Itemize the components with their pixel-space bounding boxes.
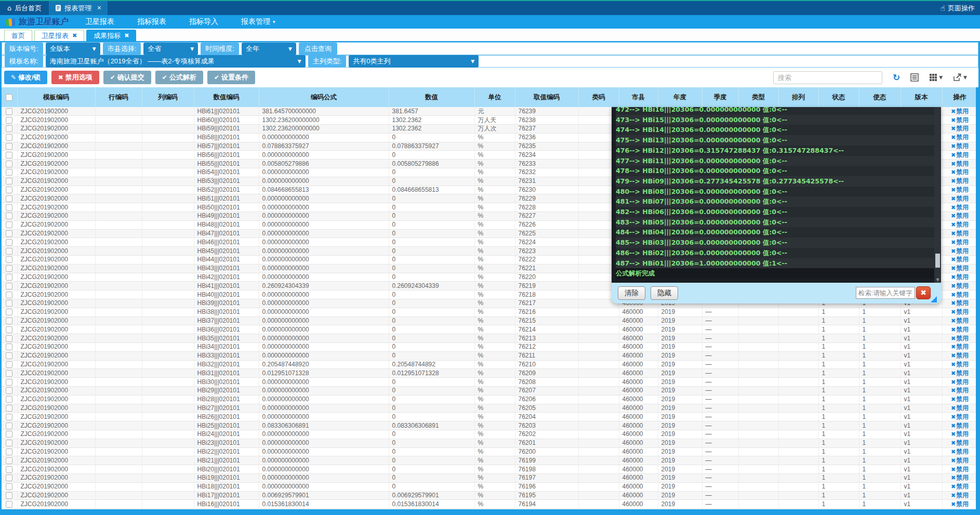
column-header-quarter[interactable]: 季度: [702, 87, 738, 107]
row-checkbox[interactable]: [6, 134, 12, 141]
confirm-submit-button[interactable]: ✔确认提交: [103, 71, 151, 84]
disable-link[interactable]: 禁用: [956, 343, 969, 350]
row-checkbox[interactable]: [6, 178, 12, 184]
disable-link[interactable]: 禁用: [956, 448, 969, 455]
disable-link[interactable]: 禁用: [956, 439, 969, 446]
row-checkbox[interactable]: [6, 169, 12, 176]
disable-link[interactable]: 禁用: [956, 273, 969, 281]
disable-link[interactable]: 禁用: [956, 387, 969, 394]
disable-link[interactable]: 禁用: [956, 195, 969, 202]
row-checkbox[interactable]: [6, 352, 12, 359]
row-checkbox[interactable]: [6, 335, 12, 342]
column-header-type[interactable]: 类型: [738, 87, 778, 107]
row-checkbox[interactable]: [6, 422, 12, 429]
column-header-unit[interactable]: 单位: [474, 87, 515, 107]
disable-link[interactable]: 禁用: [956, 326, 969, 333]
row-checkbox[interactable]: [6, 256, 12, 263]
disable-link[interactable]: 禁用: [956, 457, 969, 464]
disable-link[interactable]: 禁用: [956, 291, 969, 298]
menu-item-satellite-report[interactable]: 卫星报表: [74, 17, 126, 27]
search-input[interactable]: [773, 71, 882, 84]
disable-link[interactable]: 禁用: [956, 230, 969, 237]
disable-link[interactable]: 禁用: [956, 108, 969, 115]
row-checkbox[interactable]: [6, 414, 12, 420]
column-header-value-code[interactable]: 数值编码: [194, 87, 259, 107]
disable-link[interactable]: 禁用: [956, 483, 969, 490]
page-tab-1[interactable]: 卫星报表✖: [34, 30, 84, 41]
list-view-icon[interactable]: [910, 73, 919, 82]
home-tab[interactable]: ⌂ 后台首页: [0, 1, 49, 15]
row-checkbox[interactable]: [6, 344, 12, 350]
row-checkbox[interactable]: [6, 483, 12, 490]
resize-grip[interactable]: [931, 296, 937, 302]
topbar-tab-report-mgmt[interactable]: 报表管理 ✕: [49, 1, 108, 15]
row-checkbox[interactable]: [6, 195, 12, 202]
disable-link[interactable]: 禁用: [956, 142, 969, 150]
disable-link[interactable]: 禁用: [956, 186, 969, 193]
disable-link[interactable]: 禁用: [956, 369, 969, 377]
disable-link[interactable]: 禁用: [956, 422, 969, 429]
row-checkbox[interactable]: [6, 125, 12, 132]
disable-link[interactable]: 禁用: [956, 247, 969, 255]
row-checkbox[interactable]: [6, 108, 12, 115]
formula-parse-button[interactable]: ✔公式解析: [155, 71, 203, 84]
modify-lock-button[interactable]: ✎修改/锁: [4, 71, 47, 84]
column-header-version[interactable]: 版本: [900, 87, 942, 107]
column-header-city[interactable]: 市县: [619, 87, 658, 107]
column-header-template-code[interactable]: 模板编码: [17, 87, 95, 107]
row-checkbox[interactable]: [6, 161, 12, 167]
row-checkbox[interactable]: [6, 152, 12, 159]
disable-link[interactable]: 禁用: [956, 466, 969, 473]
row-checkbox[interactable]: [6, 300, 12, 307]
console-scrollbar-thumb[interactable]: [935, 254, 940, 268]
row-checkbox[interactable]: [6, 448, 12, 455]
row-checkbox[interactable]: [6, 440, 12, 446]
disable-link[interactable]: 禁用: [956, 265, 969, 272]
menu-item-indicator-report[interactable]: 指标报表: [126, 17, 178, 27]
scroll-down-icon[interactable]: ▼: [934, 278, 941, 282]
disable-link[interactable]: 禁用: [956, 352, 969, 359]
disable-link[interactable]: 禁用: [956, 474, 969, 481]
disable-link[interactable]: 禁用: [956, 492, 969, 499]
disable-link[interactable]: 禁用: [956, 430, 969, 438]
column-header-row-code[interactable]: 行编码: [95, 87, 142, 107]
row-checkbox[interactable]: [6, 405, 12, 412]
row-checkbox[interactable]: [6, 187, 12, 193]
disable-link[interactable]: 禁用: [956, 361, 969, 368]
disable-link[interactable]: 禁用: [956, 134, 969, 141]
column-header-col-code[interactable]: 列编码: [142, 87, 194, 107]
row-checkbox[interactable]: [6, 248, 12, 255]
console-scrollbar[interactable]: ▼: [934, 107, 941, 283]
row-checkbox[interactable]: [6, 466, 12, 473]
select-all-checkbox[interactable]: [6, 94, 12, 101]
row-checkbox[interactable]: [6, 326, 12, 333]
column-header-year[interactable]: 年度: [658, 87, 702, 107]
disable-options-button[interactable]: ✖禁用选项: [51, 71, 99, 84]
disable-link[interactable]: 禁用: [956, 404, 969, 412]
page-operations-button[interactable]: ☝ 页面操作: [935, 1, 980, 15]
refresh-icon[interactable]: ↻: [893, 72, 900, 83]
select-all-header[interactable]: [2, 87, 17, 107]
close-tab-icon[interactable]: ✖: [72, 32, 77, 39]
disable-link[interactable]: 禁用: [956, 221, 969, 228]
row-checkbox[interactable]: [6, 431, 12, 438]
disable-link[interactable]: 禁用: [956, 116, 969, 124]
console-search-input[interactable]: [856, 287, 915, 299]
disable-link[interactable]: 禁用: [956, 256, 969, 263]
column-header-class-code[interactable]: 类码: [578, 87, 619, 107]
row-checkbox[interactable]: [6, 221, 12, 228]
disable-link[interactable]: 禁用: [956, 212, 969, 219]
disable-link[interactable]: 禁用: [956, 500, 969, 508]
disable-link[interactable]: 禁用: [956, 335, 969, 342]
row-checkbox[interactable]: [6, 501, 12, 508]
row-checkbox[interactable]: [6, 292, 12, 298]
row-checkbox[interactable]: [6, 274, 12, 281]
disable-link[interactable]: 禁用: [956, 160, 969, 167]
row-checkbox[interactable]: [6, 492, 12, 499]
page-tab-2[interactable]: 成果指标✖: [86, 30, 136, 41]
set-conditions-button[interactable]: ✔设置条件: [207, 71, 255, 84]
console-output[interactable]: 472--> HBi16|||20306=0.000000000000 值:0<…: [612, 107, 941, 283]
row-checkbox[interactable]: [6, 387, 12, 394]
menu-item-indicator-import[interactable]: 指标导入: [178, 17, 230, 27]
export-icon[interactable]: ▼: [953, 73, 967, 82]
